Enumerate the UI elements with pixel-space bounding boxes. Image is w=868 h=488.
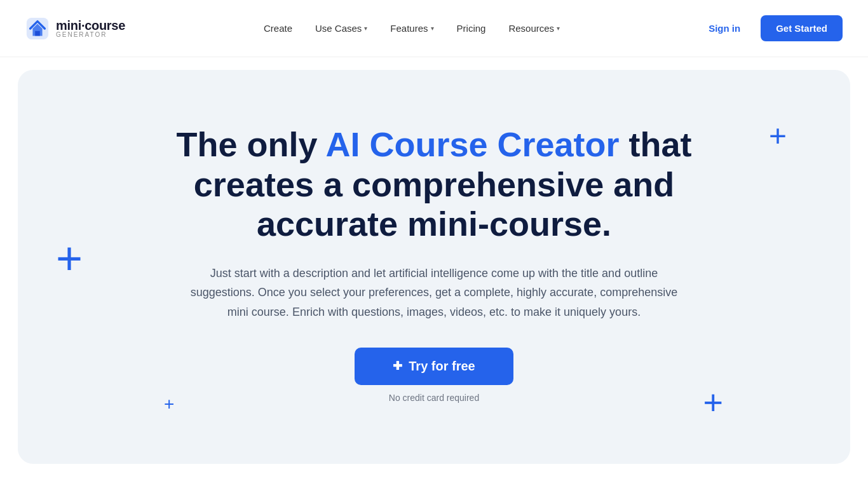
logo[interactable]: mini·course GENERATOR: [25, 17, 125, 41]
features-chevron-icon: ▾: [431, 25, 434, 32]
try-for-free-button[interactable]: ✚ Try for free: [355, 348, 513, 385]
hero-wrapper: + + + + The only AI Course Creator that …: [0, 57, 868, 482]
nav-use-cases[interactable]: Use Cases ▾: [306, 18, 376, 39]
nav-resources[interactable]: Resources ▾: [499, 18, 569, 39]
resources-chevron-icon: ▾: [557, 25, 560, 32]
try-free-label: Try for free: [409, 359, 475, 374]
nav-create[interactable]: Create: [255, 18, 301, 39]
hero-title-highlight: AI Course Creator: [325, 125, 619, 163]
try-free-plus-icon: ✚: [393, 359, 402, 373]
nav-features[interactable]: Features ▾: [381, 18, 442, 39]
navbar: mini·course GENERATOR Create Use Cases ▾…: [0, 0, 868, 57]
logo-text: mini·course GENERATOR: [56, 19, 125, 38]
plus-decoration-left-mid: +: [56, 235, 83, 281]
nav-links: Create Use Cases ▾ Features ▾ Pricing Re…: [255, 18, 569, 39]
hero-card: + + + + The only AI Course Creator that …: [18, 70, 850, 464]
sign-in-button[interactable]: Sign in: [698, 18, 750, 39]
nav-pricing[interactable]: Pricing: [448, 18, 495, 39]
hero-content: The only AI Course Creator that creates …: [148, 125, 720, 402]
get-started-button[interactable]: Get Started: [761, 15, 843, 41]
logo-icon: [25, 17, 50, 41]
plus-decoration-top-right: +: [769, 121, 787, 151]
nav-actions: Sign in Get Started: [698, 15, 843, 41]
logo-subtitle: GENERATOR: [56, 32, 125, 38]
hero-description: Just start with a description and let ar…: [186, 264, 682, 322]
no-credit-card-text: No credit card required: [389, 393, 479, 403]
hero-title: The only AI Course Creator that creates …: [148, 125, 720, 243]
cta-area: ✚ Try for free No credit card required: [148, 348, 720, 403]
use-cases-chevron-icon: ▾: [364, 25, 367, 32]
logo-name: mini·course: [56, 19, 125, 32]
